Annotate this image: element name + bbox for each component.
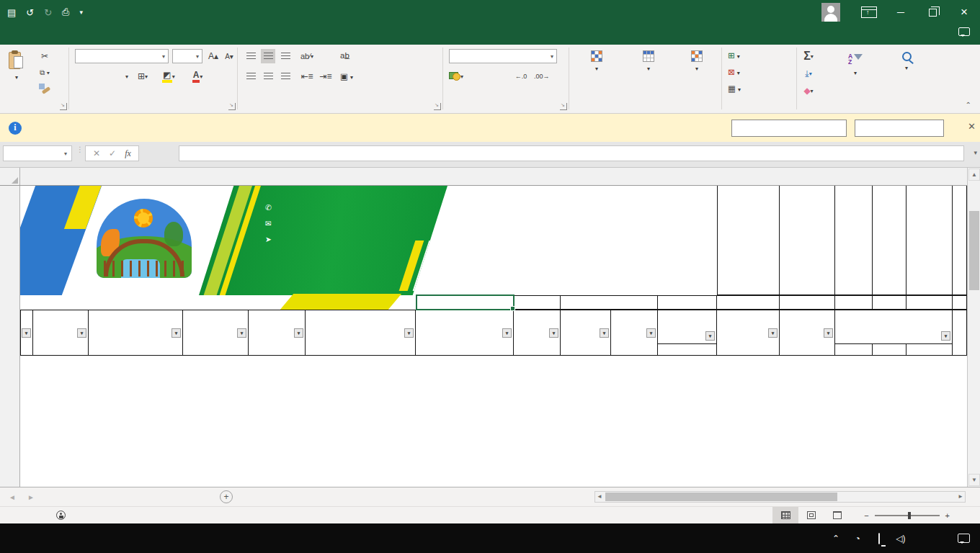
filter-icon[interactable]: ▾ bbox=[77, 328, 86, 338]
increase-indent-icon[interactable]: ⇥≡ bbox=[318, 69, 333, 84]
increase-decimal-icon[interactable]: ←.0 bbox=[514, 69, 528, 84]
header-fecha[interactable]: ▾ bbox=[33, 310, 89, 356]
zoom-out-icon[interactable]: − bbox=[864, 511, 868, 520]
filter-icon[interactable]: ▾ bbox=[294, 328, 303, 338]
subheader-30[interactable] bbox=[835, 344, 873, 356]
cell-o4[interactable] bbox=[717, 295, 780, 310]
cell-r4[interactable] bbox=[873, 295, 906, 310]
header-base0[interactable]: ▾ bbox=[561, 310, 611, 356]
number-dialog-launcher-icon[interactable] bbox=[560, 103, 567, 110]
filter-icon[interactable]: ▾ bbox=[502, 328, 512, 338]
format-cells-button[interactable]: ▦ ▾ bbox=[728, 84, 741, 94]
comments-icon[interactable] bbox=[958, 27, 970, 36]
orientation-icon[interactable]: ab⁄ ▾ bbox=[300, 49, 314, 63]
align-top-icon[interactable] bbox=[244, 49, 258, 63]
conditional-formatting-button[interactable]: ▾ bbox=[571, 48, 623, 76]
new-sheet-button[interactable]: + bbox=[220, 490, 233, 503]
cut-icon[interactable]: ✂ bbox=[37, 49, 52, 63]
number-format-select[interactable]: ▾ bbox=[449, 49, 557, 63]
font-dialog-launcher-icon[interactable] bbox=[228, 103, 236, 110]
cell-p4[interactable] bbox=[780, 295, 835, 310]
clear-icon[interactable]: ◆ ▾ bbox=[801, 84, 816, 98]
align-right-icon[interactable] bbox=[278, 69, 293, 84]
tray-chevron-icon[interactable]: ⌃ bbox=[825, 534, 847, 544]
filter-icon[interactable]: ▾ bbox=[549, 328, 558, 338]
cell-q1[interactable] bbox=[835, 186, 873, 295]
cell-t4[interactable] bbox=[953, 295, 967, 310]
cell-total-label[interactable] bbox=[561, 295, 658, 310]
subheader-332[interactable] bbox=[658, 344, 717, 356]
grow-font-icon[interactable]: A▴ bbox=[206, 49, 220, 63]
save-icon[interactable]: ▤ bbox=[7, 7, 16, 18]
namebox-splitter[interactable]: ⋮ bbox=[76, 148, 84, 151]
percent-style-icon[interactable] bbox=[473, 69, 488, 84]
fill-color-icon[interactable]: ◩ ▾ bbox=[161, 69, 176, 84]
more-info-button[interactable] bbox=[855, 120, 944, 137]
teams-icon[interactable]: ◔ bbox=[847, 534, 868, 544]
find-select-button[interactable]: ▾ bbox=[881, 49, 932, 76]
enter-formula-icon[interactable]: ✓ bbox=[109, 148, 116, 158]
ribbon-display-options-icon[interactable] bbox=[853, 0, 885, 24]
next-sheet-icon[interactable]: ► bbox=[27, 493, 35, 501]
format-as-table-button[interactable]: ▾ bbox=[623, 48, 674, 76]
filter-icon[interactable]: ▾ bbox=[646, 328, 656, 338]
subheader-100[interactable] bbox=[906, 344, 953, 356]
print-preview-icon[interactable]: ⎙ bbox=[62, 6, 69, 18]
notification-center-icon[interactable] bbox=[958, 534, 970, 543]
font-size-select[interactable]: ▾ bbox=[172, 49, 202, 63]
filter-icon[interactable]: ▾ bbox=[172, 328, 181, 338]
sort-filter-button[interactable]: AZ ▾ bbox=[832, 49, 879, 81]
volume-icon[interactable]: ◁) bbox=[890, 534, 912, 544]
borders-icon[interactable]: ⊞ ▾ bbox=[135, 69, 150, 84]
filter-icon[interactable]: ▾ bbox=[600, 328, 609, 338]
filter-icon[interactable]: ▾ bbox=[404, 328, 414, 338]
paste-button[interactable]: ▾ bbox=[4, 48, 29, 85]
underline-button[interactable] bbox=[107, 69, 121, 84]
cell-k4[interactable] bbox=[514, 295, 561, 310]
network-icon[interactable] bbox=[868, 534, 890, 544]
comma-style-icon[interactable] bbox=[491, 69, 505, 84]
header-tipo[interactable]: ▾ bbox=[249, 310, 306, 356]
header-iva[interactable]: ▾ bbox=[611, 310, 658, 356]
get-office-button[interactable] bbox=[731, 120, 847, 137]
sheet-area[interactable]: ✆ ✉ ➤ ▾ ▾ ▾ ▾ ▾ ▾ ▾ bbox=[0, 186, 980, 487]
cell-r1[interactable] bbox=[873, 186, 906, 295]
collapse-ribbon-icon[interactable]: ⌃ bbox=[966, 101, 971, 109]
scroll-down-icon[interactable]: ▼ bbox=[968, 474, 980, 486]
decrease-decimal-icon[interactable]: .00→ bbox=[534, 69, 550, 84]
italic-button[interactable] bbox=[91, 69, 105, 84]
zoom-slider[interactable] bbox=[875, 515, 940, 516]
vertical-scrollbar[interactable]: ▲ ▼ bbox=[967, 168, 980, 487]
font-name-select[interactable]: ▾ bbox=[75, 49, 169, 63]
zoom-in-icon[interactable]: + bbox=[945, 511, 950, 520]
cell-s1[interactable] bbox=[906, 186, 953, 295]
wrap-text-button[interactable]: ab̲ bbox=[340, 51, 349, 60]
cell-q4[interactable] bbox=[835, 295, 873, 310]
decrease-indent-icon[interactable]: ⇤≡ bbox=[300, 69, 314, 84]
bold-button[interactable] bbox=[75, 69, 89, 84]
align-bottom-icon[interactable] bbox=[278, 49, 293, 63]
redo-icon[interactable]: ↻ bbox=[44, 7, 52, 18]
name-box[interactable]: ▾ bbox=[3, 145, 72, 161]
align-left-icon[interactable] bbox=[244, 69, 258, 84]
header-proveedor[interactable]: ▾ bbox=[416, 310, 514, 356]
insert-function-icon[interactable]: fx bbox=[125, 148, 131, 159]
scroll-up-icon[interactable]: ▲ bbox=[968, 168, 980, 181]
filter-icon[interactable]: ▾ bbox=[22, 328, 31, 338]
scroll-right-icon[interactable]: ► bbox=[958, 493, 963, 500]
horizontal-scrollbar[interactable]: ◄ ► bbox=[594, 491, 966, 503]
restore-button[interactable] bbox=[917, 0, 948, 24]
select-all-corner[interactable] bbox=[0, 168, 20, 185]
expand-formula-bar-icon[interactable]: ▾ bbox=[974, 149, 977, 156]
cell-o1[interactable] bbox=[717, 186, 780, 295]
header-base12[interactable]: ▾ bbox=[514, 310, 561, 356]
copy-icon[interactable]: ⧉ ▾ bbox=[37, 66, 52, 80]
format-painter-icon[interactable] bbox=[37, 82, 52, 96]
subheader-70[interactable] bbox=[873, 344, 906, 356]
header-comprobante[interactable]: ▾ bbox=[89, 310, 183, 356]
clipboard-dialog-launcher-icon[interactable] bbox=[60, 103, 67, 110]
filter-icon[interactable]: ▾ bbox=[824, 328, 833, 338]
formula-input[interactable] bbox=[179, 145, 964, 161]
cell-s4[interactable] bbox=[906, 295, 953, 310]
insert-cells-button[interactable]: ⊞ ▾ bbox=[728, 50, 740, 60]
